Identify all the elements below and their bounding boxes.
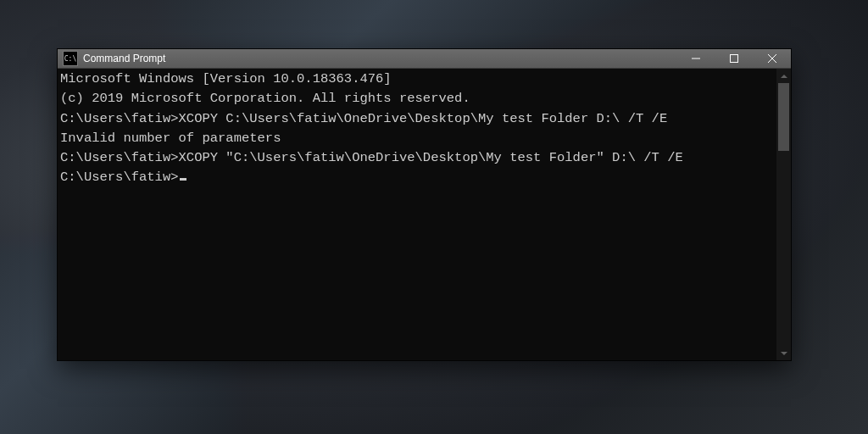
window-titlebar[interactable]: C:\ Command Prompt	[58, 49, 791, 69]
maximize-button[interactable]	[715, 49, 753, 68]
terminal-line: Invalid number of parameters	[60, 129, 791, 148]
command-prompt-window: C:\ Command Prompt Microsoft Windows [Ve…	[58, 49, 791, 360]
terminal-line: Microsoft Windows [Version 10.0.18363.47…	[60, 70, 791, 89]
maximize-icon	[730, 54, 738, 63]
terminal-line: C:\Users\fatiw>XCOPY C:\Users\fatiw\OneD…	[60, 109, 791, 129]
scrollbar-thumb[interactable]	[778, 83, 789, 151]
vertical-scrollbar[interactable]	[776, 69, 791, 360]
terminal-line: C:\Users\fatiw>	[60, 168, 791, 187]
close-button[interactable]	[753, 49, 791, 68]
minimize-button[interactable]	[676, 49, 715, 68]
chevron-up-icon	[781, 75, 787, 78]
chevron-down-icon	[781, 352, 787, 355]
window-title: Command Prompt	[83, 53, 165, 64]
scroll-up-button[interactable]	[776, 69, 791, 83]
svg-rect-1	[730, 55, 737, 63]
terminal-client-area[interactable]: Microsoft Windows [Version 10.0.18363.47…	[58, 69, 791, 360]
terminal-line: (c) 2019 Microsoft Corporation. All righ…	[60, 89, 791, 108]
scroll-down-button[interactable]	[776, 346, 791, 360]
terminal-cursor	[180, 178, 186, 181]
terminal-line: C:\Users\fatiw>XCOPY "C:\Users\fatiw\One…	[60, 148, 791, 168]
desktop-background: C:\ Command Prompt Microsoft Windows [Ve…	[0, 0, 868, 434]
app-icon: C:\	[63, 51, 78, 66]
minimize-icon	[692, 54, 700, 63]
close-icon	[768, 54, 776, 63]
